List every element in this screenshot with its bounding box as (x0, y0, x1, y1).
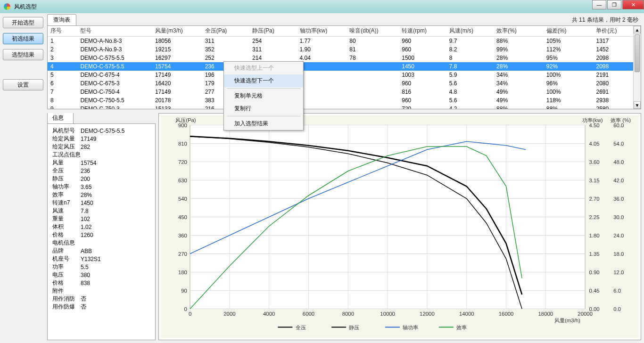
column-header[interactable]: 轴功率(kw) (297, 26, 347, 36)
svg-text:效率 (%): 效率 (%) (611, 117, 631, 123)
column-header[interactable]: 型号 (77, 26, 152, 36)
svg-text:90: 90 (181, 288, 187, 294)
svg-text:效率: 效率 (456, 325, 467, 330)
detail-row: 电机信息 (52, 239, 150, 247)
maximize-button[interactable]: ❐ (607, 0, 621, 9)
svg-text:720: 720 (178, 159, 187, 165)
fan-curve-chart: 0200040006000800010000120001400016000180… (161, 115, 639, 338)
svg-text:20000: 20000 (578, 311, 593, 317)
column-header[interactable]: 效率(%) (494, 26, 544, 36)
svg-text:0.0: 0.0 (613, 306, 621, 312)
column-header[interactable]: 转速(rpm) (399, 26, 446, 36)
table-row[interactable]: 9DEMO-C-750-3151332162057204.288%88%2580 (48, 105, 641, 110)
svg-text:54.0: 54.0 (613, 141, 624, 147)
svg-text:轴功率: 轴功率 (403, 325, 418, 330)
sidebar: 开始选型 初选结果 选型结果 设置 (0, 13, 46, 343)
scroll-down-icon[interactable]: ▼ (634, 101, 641, 109)
svg-text:静压: 静压 (349, 325, 359, 330)
svg-text:810: 810 (178, 141, 187, 147)
table-scrollbar[interactable]: ▲ ▼ (633, 26, 641, 109)
svg-text:8000: 8000 (342, 311, 354, 317)
column-header[interactable]: 序号 (48, 26, 77, 36)
svg-text:450: 450 (178, 214, 187, 220)
minimize-button[interactable]: — (592, 0, 606, 9)
detail-row: 风机型号DEMO-C-575-5.5 (52, 127, 150, 135)
detail-row: 功率5.5 (52, 263, 150, 271)
detail-row: 效率28% (52, 191, 150, 199)
table-row[interactable]: 8DEMO-C-750-5.5201783833649605.649%118%2… (48, 96, 641, 105)
svg-text:900: 900 (178, 122, 187, 128)
detail-row: 轴功率3.65 (52, 183, 150, 191)
detail-row: 价格1260 (52, 231, 150, 239)
app-icon (4, 3, 10, 10)
detail-row: 风量15754 (52, 159, 150, 167)
column-header[interactable]: 风量(m3/h) (152, 26, 202, 36)
menu-copy-row[interactable]: 复制行 (224, 102, 303, 115)
svg-text:4.05: 4.05 (589, 141, 599, 147)
svg-text:风压(Pa): 风压(Pa) (175, 117, 196, 123)
column-header[interactable]: 风速(m/s) (446, 26, 494, 36)
svg-text:16000: 16000 (499, 311, 514, 317)
svg-text:2.70: 2.70 (589, 196, 599, 202)
column-header[interactable]: 噪音(db(A)) (347, 26, 399, 36)
start-selection-button[interactable]: 开始选型 (3, 17, 43, 28)
detail-row: 给定风量17149 (52, 135, 150, 143)
detail-row: 风速7.8 (52, 207, 150, 215)
scroll-thumb[interactable] (635, 34, 640, 72)
title-bar: 风机选型 — ❐ ✕ (0, 0, 644, 13)
scroll-up-icon[interactable]: ▲ (634, 26, 641, 33)
results-table-panel: 序号型号风量(m3/h)全压(Pa)静压(Pa)轴功率(kw)噪音(db(A))… (47, 25, 641, 109)
menu-next[interactable]: 快速选型下一个 (224, 74, 303, 87)
results-table[interactable]: 序号型号风量(m3/h)全压(Pa)静压(Pa)轴功率(kw)噪音(db(A))… (48, 26, 641, 109)
detail-row: 用作消防否 (52, 295, 150, 303)
window-title: 风机选型 (14, 3, 37, 11)
svg-text:6000: 6000 (303, 311, 314, 317)
detail-row: 电压380 (52, 271, 150, 279)
svg-text:36.0: 36.0 (613, 196, 624, 202)
menu-prev: 快速选型上一个 (224, 62, 303, 74)
svg-text:60.0: 60.0 (613, 122, 624, 128)
svg-text:30.0: 30.0 (613, 214, 624, 220)
detail-row: 转速n71450 (52, 199, 150, 207)
table-row[interactable]: 3DEMO-C-575-5.5162972522144.04781500828%… (48, 54, 641, 62)
tab-detail[interactable]: 详细信息 (47, 113, 74, 123)
svg-text:0.90: 0.90 (589, 270, 599, 275)
table-row[interactable]: 4DEMO-C-575-5.51575423620014507.828%92%2… (48, 62, 641, 71)
settings-button[interactable]: 设置 (3, 79, 43, 90)
table-row[interactable]: 1DEMO-A-No.8-3180563112541.77809609.788%… (48, 36, 641, 45)
svg-text:6.0: 6.0 (613, 288, 621, 294)
svg-text:48.0: 48.0 (613, 159, 624, 165)
detail-row: 全压236 (52, 167, 150, 175)
detail-row: 静压200 (52, 175, 150, 183)
detail-row: 重量102 (52, 215, 150, 223)
svg-text:全压: 全压 (296, 325, 306, 330)
menu-add-result[interactable]: 加入选型结果 (224, 117, 303, 130)
table-row[interactable]: 6DEMO-C-675-3164201791619605.634%96%2080 (48, 79, 641, 88)
column-header[interactable]: 偏差(%) (544, 26, 594, 36)
svg-text:180: 180 (178, 270, 187, 275)
detail-row: 用作防爆否 (52, 303, 150, 311)
svg-text:630: 630 (178, 178, 187, 183)
selection-results-button[interactable]: 选型结果 (3, 49, 43, 60)
svg-text:42.0: 42.0 (613, 178, 624, 183)
svg-text:18.0: 18.0 (613, 251, 624, 257)
preselect-results-button[interactable]: 初选结果 (3, 33, 43, 44)
table-row[interactable]: 7DEMO-C-750-4171492772638164.849%100%269… (48, 88, 641, 96)
tab-query[interactable]: 查询表 (47, 14, 76, 25)
detail-row: 附件 (52, 287, 150, 295)
detail-row: 给定风压282 (52, 143, 150, 151)
svg-text:0.45: 0.45 (589, 288, 599, 294)
detail-row: 机座号Y132S1 (52, 255, 150, 263)
svg-text:4.50: 4.50 (589, 122, 599, 128)
table-row[interactable]: 2DEMO-A-No.9-3192153523111.90819608.299%… (48, 45, 641, 54)
close-button[interactable]: ✕ (622, 0, 644, 9)
detail-row: 工况点信息 (52, 151, 150, 159)
svg-text:2000: 2000 (223, 311, 235, 317)
table-row[interactable]: 5DEMO-C-675-41714919617510035.934%100%21… (48, 71, 641, 79)
svg-text:3.15: 3.15 (589, 178, 599, 183)
svg-text:270: 270 (178, 251, 187, 257)
column-header[interactable]: 全压(Pa) (202, 26, 249, 36)
menu-copy-cell[interactable]: 复制单元格 (224, 90, 303, 102)
detail-row: 价格838 (52, 279, 150, 287)
column-header[interactable]: 静压(Pa) (249, 26, 297, 36)
